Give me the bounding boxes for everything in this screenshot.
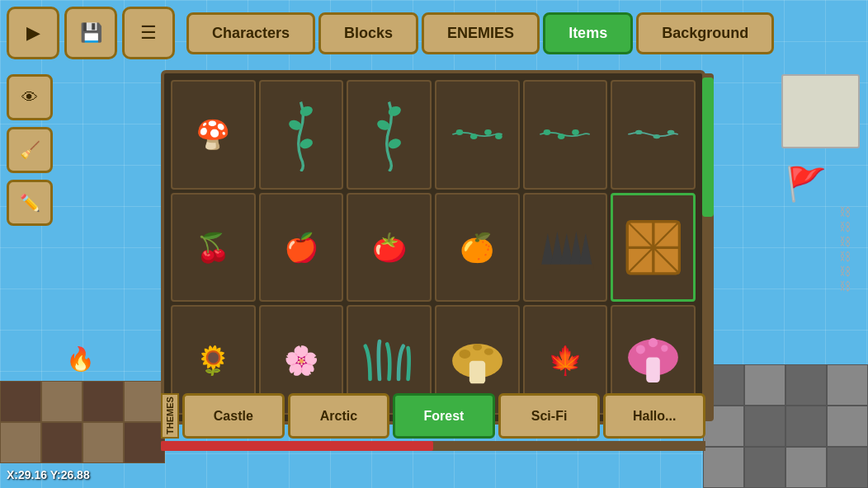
item-crate[interactable] [611,193,696,303]
tab-items[interactable]: Items [543,12,633,54]
tab-characters[interactable]: Characters [186,12,315,54]
svg-point-13 [635,130,643,134]
tab-background[interactable]: Background [636,12,774,54]
svg-rect-21 [536,265,593,270]
coordinates: X:29.16 Y:26.88 [7,468,90,481]
item-mushroom[interactable]: 🍄 [171,80,256,190]
items-grid: 🍄 [164,73,702,421]
svg-rect-33 [646,357,660,382]
stone-blocks [703,364,868,488]
svg-point-14 [653,134,661,138]
menu-button[interactable]: ☰ [122,7,175,59]
svg-rect-28 [469,360,485,383]
nav-tabs: Characters Blocks ENEMIES Items Backgrou… [186,12,774,54]
svg-point-35 [661,345,668,351]
theme-halloween[interactable]: Hallo... [603,393,705,439]
svg-point-8 [484,129,492,135]
svg-point-2 [299,138,314,151]
chain-decoration: ⛓⛓⛓⛓⛓⛓ [838,206,851,295]
item-vine-h2[interactable] [523,80,608,190]
svg-point-5 [387,138,403,151]
item-apple-red[interactable]: 🍎 [259,193,344,303]
themes-label: THEMES [161,393,179,439]
tab-enemies[interactable]: ENEMIES [422,12,540,54]
svg-point-30 [484,348,493,354]
theme-bar: THEMES Castle Arctic Forest Sci-Fi Hallo… [161,393,705,439]
svg-marker-20 [579,233,592,266]
items-panel: 🍄 [161,70,705,425]
theme-scifi[interactable]: Sci-Fi [498,393,601,439]
eye-button[interactable]: 👁 [7,74,53,120]
svg-point-29 [459,350,470,359]
svg-point-11 [558,134,565,139]
theme-arctic[interactable]: Arctic [288,393,390,439]
svg-point-10 [544,129,551,135]
item-tomato[interactable]: 🍅 [347,193,432,303]
flag-decoration: 🚩 [785,165,827,204]
item-spikes[interactable] [523,193,608,303]
theme-forest[interactable]: Forest [393,393,495,439]
play-button[interactable]: ▶ [7,7,59,59]
item-orange[interactable]: 🍊 [435,193,520,303]
panel-scrollbar[interactable] [702,73,714,421]
item-vine-h3[interactable] [611,80,696,190]
scrollbar-thumb [702,77,714,217]
left-sidebar: 👁 🧹 ✏️ [7,74,53,226]
svg-point-9 [495,134,502,139]
svg-point-34 [636,345,645,354]
eraser-button[interactable]: 🧹 [7,127,53,173]
item-vine2[interactable] [347,80,432,190]
item-vine1[interactable] [259,80,344,190]
item-cherries[interactable]: 🍒 [171,193,256,303]
theme-castle[interactable]: Castle [182,393,285,439]
scroll-thumb-horizontal [161,441,433,451]
svg-point-12 [573,129,580,135]
tab-blocks[interactable]: Blocks [318,12,418,54]
item-vine-h1[interactable] [435,80,520,190]
svg-point-31 [473,344,482,350]
pencil-button[interactable]: ✏️ [7,180,53,226]
torch-decoration: 🔥 [66,345,95,373]
top-right-panel [781,74,860,148]
save-button[interactable]: 💾 [64,7,117,59]
svg-point-6 [455,129,463,135]
toolbar: ▶ 💾 ☰ Characters Blocks ENEMIES Items Ba… [0,0,868,66]
svg-point-7 [470,134,478,139]
horizontal-scrollbar[interactable] [161,441,705,451]
svg-point-15 [668,130,675,134]
svg-point-36 [649,338,658,347]
